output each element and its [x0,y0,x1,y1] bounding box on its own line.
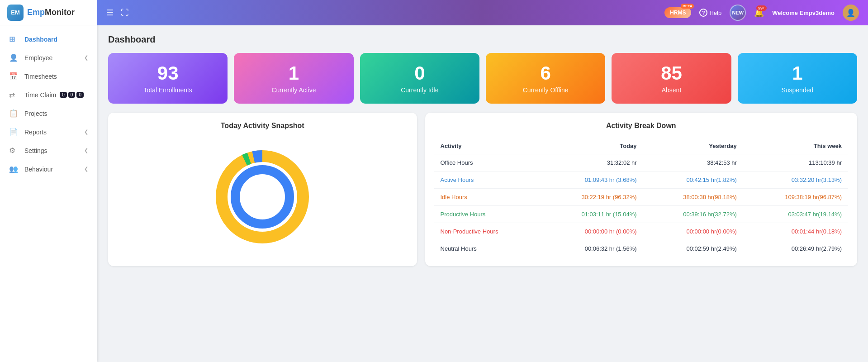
stat-card-suspended[interactable]: 1 Suspended [738,53,857,104]
svg-point-4 [243,177,282,216]
welcome-label: Welcome [772,10,798,16]
header-right: BETA HRMS ? Help NEW 🔔 99+ Welcome Empv3… [664,5,859,21]
chevron-right-icon: ❮ [84,55,88,61]
sidebar-item-projects[interactable]: 📋 Projects [0,104,97,123]
activity-thisweek: 03:03:47 hr(19.14%) [743,206,848,223]
beta-badge: BETA [681,4,694,9]
stat-label: Total Enrollments [115,86,220,94]
reports-icon: 📄 [9,128,19,136]
new-button[interactable]: NEW [730,5,746,21]
stat-num: 0 [367,63,472,84]
logo-icon: EM [7,5,24,21]
sidebar-nav: ⊞ Dashboard 👤 Employee ❮ 📅 Timesheets ⇄ … [0,25,97,362]
sidebar: EM EmpMonitor ⊞ Dashboard 👤 Employee ❮ 📅… [0,0,97,362]
activity-name: Active Hours [434,171,541,189]
snapshot-title: Today Activity Snapshot [117,122,408,130]
activity-today: 00:06:32 hr (1.56%) [541,240,643,257]
stat-num: 1 [745,63,850,84]
hamburger-icon[interactable]: ☰ [106,8,114,18]
badge-0: 0 [60,92,67,98]
sidebar-item-timesheets[interactable]: 📅 Timesheets [0,67,97,86]
sidebar-item-label: Projects [24,110,47,117]
activity-today: 31:32:02 hr [541,154,643,171]
table-row: Productive Hours01:03:11 hr (15.04%)00:3… [434,206,849,223]
sidebar-item-dashboard[interactable]: ⊞ Dashboard [0,30,97,48]
col-activity: Activity [434,138,541,154]
badge-2: 0 [76,92,84,98]
sidebar-item-label: Settings [24,147,47,154]
stat-label: Currently Offline [493,86,598,94]
breakdown-panel: Activity Break Down Activity Today Yeste… [425,113,858,266]
notification-count: 99+ [756,5,767,11]
table-row: Active Hours01:09:43 hr (3.68%)00:42:15 … [434,171,849,189]
stat-card-total-enrollments[interactable]: 93 Total Enrollments [108,53,228,104]
activity-yesterday: 38:42:53 hr [643,154,743,171]
stat-label: Currently Active [241,86,346,94]
sidebar-item-reports[interactable]: 📄 Reports ❮ [0,123,97,141]
sidebar-item-label: Dashboard [24,36,57,43]
sidebar-item-label: Time Claim [24,91,56,99]
sidebar-item-label: Behaviour [24,166,53,173]
activity-yesterday: 00:02:59 hr(2.49%) [643,240,743,257]
stat-card-currently-idle[interactable]: 0 Currently Idle [360,53,479,104]
col-yesterday: Yesterday [643,138,743,154]
behaviour-icon: 👥 [9,165,19,173]
activity-name: Productive Hours [434,206,541,223]
activity-name: Neutral Hours [434,240,541,257]
table-row: Non-Productive Hours00:00:00 hr (0.00%)0… [434,223,849,240]
settings-icon: ⚙ [9,146,19,155]
content: Dashboard 93 Total Enrollments 1 Current… [97,25,868,362]
sidebar-item-behaviour[interactable]: 👥 Behaviour ❮ [0,160,97,178]
activity-today: 01:09:43 hr (3.68%) [541,171,643,189]
main: ☰ ⛶ BETA HRMS ? Help NEW 🔔 99+ Welcome E… [97,0,868,362]
expand-icon[interactable]: ⛶ [121,8,129,18]
chevron-right-icon: ❮ [84,166,88,172]
activity-thisweek: 113:10:39 hr [743,154,848,171]
stat-label: Absent [619,86,724,94]
donut-container [117,138,408,256]
avatar[interactable]: 👤 [843,5,859,21]
sidebar-item-settings[interactable]: ⚙ Settings ❮ [0,141,97,160]
col-today: Today [541,138,643,154]
activity-today: 00:00:00 hr (0.00%) [541,223,643,240]
stat-label: Currently Idle [367,86,472,94]
help-label: Help [709,10,721,16]
timesheets-icon: 📅 [9,72,19,81]
header-left: ☰ ⛶ [106,8,129,18]
help-icon: ? [699,9,707,17]
activity-thisweek: 109:38:19 hr(96.87%) [743,189,848,206]
logo-monitor: Monitor [45,8,75,17]
activity-yesterday: 00:00:00 hr(0.00%) [643,223,743,240]
username: Empv3demo [800,10,835,16]
donut-chart [213,147,312,247]
time-claim-icon: ⇄ [9,90,19,99]
activity-yesterday: 38:00:38 hr(98.18%) [643,189,743,206]
notification-button[interactable]: 🔔 99+ [754,8,764,18]
stat-num: 6 [493,63,598,84]
sidebar-item-label: Timesheets [24,73,57,80]
sidebar-item-employee[interactable]: 👤 Employee ❮ [0,48,97,67]
projects-icon: 📋 [9,109,19,118]
stat-num: 1 [241,63,346,84]
table-row: Neutral Hours00:06:32 hr (1.56%)00:02:59… [434,240,849,257]
dashboard-icon: ⊞ [9,35,19,43]
logo-emp: Emp [27,8,45,17]
hrms-button[interactable]: BETA HRMS [664,7,691,18]
page-title: Dashboard [108,34,857,45]
activity-yesterday: 00:39:16 hr(32.72%) [643,206,743,223]
stat-card-currently-offline[interactable]: 6 Currently Offline [486,53,605,104]
stat-label: Suspended [745,86,850,94]
employee-icon: 👤 [9,53,19,62]
new-label: NEW [732,10,744,15]
chevron-right-icon: ❮ [84,148,88,153]
hrms-label: HRMS [670,10,686,16]
badge-1: 0 [68,92,76,98]
sidebar-item-time-claim[interactable]: ⇄ Time Claim 0 0 0 [0,86,97,104]
help-button[interactable]: ? Help [699,9,721,17]
activity-today: 30:22:19 hr (96.32%) [541,189,643,206]
stat-card-currently-active[interactable]: 1 Currently Active [234,53,353,104]
stat-card-absent[interactable]: 85 Absent [612,53,731,104]
activity-thisweek: 00:26:49 hr(2.79%) [743,240,848,257]
activity-today: 01:03:11 hr (15.04%) [541,206,643,223]
activity-thisweek: 00:01:44 hr(0.18%) [743,223,848,240]
